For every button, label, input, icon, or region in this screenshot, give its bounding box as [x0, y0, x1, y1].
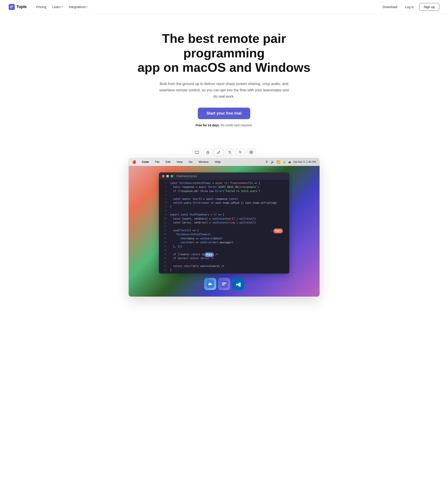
code-line: 11 const [error, setError] = useState<st… [159, 221, 289, 225]
code-line: 16 .catch(err => setError(err.message)) [159, 240, 289, 244]
code-line: 2 const response = await fetch(`${API_BA… [159, 185, 289, 189]
code-line: 18 [159, 249, 289, 253]
svg-rect-2 [10, 7, 12, 8]
nav-learn[interactable]: Learn ▾ [50, 4, 65, 10]
nav-pricing[interactable]: Pricing [34, 4, 49, 10]
code-line: 17 }, []) [159, 244, 289, 249]
paul-label: Paul [273, 228, 283, 233]
code-line: 3 if (!response.ok) throw new Error('Fai… [159, 189, 289, 193]
menubar-file[interactable]: File [154, 160, 161, 164]
code-line: 23 } [159, 268, 289, 272]
hero-note: Free for 14 days. No credit card require… [135, 123, 313, 127]
svg-rect-19 [222, 283, 226, 284]
code-line: 5 const users: User[] = await response.j… [159, 197, 289, 201]
code-line: 12 [159, 225, 289, 228]
traffic-light-minimize[interactable] [166, 175, 169, 177]
menubar-window[interactable]: Window [197, 160, 210, 164]
code-line: 9 export const PaidTeamUsers = () => { [159, 213, 289, 217]
draw-tool-button[interactable] [214, 149, 223, 156]
text-tool-icon [228, 151, 231, 154]
drawing-toolbar [129, 149, 320, 156]
navigation: Tuple Pricing Learn ▾ Integrations ▾ Dow… [0, 0, 448, 14]
integrations-chevron-icon: ▾ [87, 6, 88, 8]
text-tool-button[interactable] [225, 149, 234, 156]
code-line: 6 return users.filter(user => user.team.… [159, 201, 289, 205]
menubar-edit[interactable]: Edit [164, 160, 172, 164]
svg-rect-3 [195, 151, 199, 154]
touch-tool-icon [239, 150, 242, 154]
code-line: 1 const fetchUsersInPaidTeams = async ()… [159, 181, 289, 185]
code-line: 19 if (!users) return <Loading /> I Mike [159, 253, 289, 256]
battery-icon: 🔋 [282, 160, 286, 164]
menubar-go[interactable]: Go [187, 160, 194, 164]
tuple-logo-icon [9, 4, 15, 10]
code-editor: PaidUsersList.tsx 1 const fetchUsersInPa… [159, 172, 289, 274]
brand-logo[interactable]: Tuple [9, 4, 27, 10]
clock-display: Sat Nov 9 1:46 PM [293, 161, 316, 163]
mike-cursor-icon: I [202, 253, 204, 257]
code-line: 20 if (error) return <Error /> [159, 256, 289, 260]
mike-annotation: I Mike [202, 253, 214, 257]
menubar-help[interactable]: Help [213, 160, 222, 164]
code-line: 14 fetchUsersInPaidTeams() [159, 232, 289, 236]
menubar-view[interactable]: View [175, 160, 184, 164]
apple-menu-icon[interactable]: 🍎 [132, 160, 136, 164]
eject-icon: ⏏ [288, 160, 291, 164]
code-line: 13 useEffect(() => { ✏️ Paul [159, 228, 289, 232]
menubar-right-area: 🎙 🔊 📶 🔋 ⏏ Sat Nov 9 1:46 PM [265, 160, 316, 164]
hand-tool-button[interactable] [203, 149, 212, 156]
screen-tool-button[interactable] [192, 149, 202, 156]
code-line: 4 [159, 193, 289, 197]
code-line: 22 return <UserTable users={users} /> [159, 264, 289, 268]
svg-rect-18 [220, 280, 228, 288]
learn-chevron-icon: ▾ [62, 6, 63, 8]
brand-name: Tuple [16, 5, 27, 9]
code-line: 15 .then(data => setUsers(data)) [159, 236, 289, 240]
svg-rect-1 [10, 6, 14, 7]
svg-rect-0 [9, 4, 15, 10]
code-line: 21 [159, 260, 289, 264]
screen-tool-icon [195, 151, 199, 154]
touch-tool-button[interactable] [236, 149, 245, 156]
download-link[interactable]: Download [380, 4, 400, 10]
svg-point-17 [211, 283, 212, 284]
draw-tool-icon [217, 151, 220, 154]
paul-cursor-icon: ✏️ [271, 228, 273, 233]
volume-icon: 🔊 [271, 160, 274, 164]
code-line: 10 const [users, setUsers] = useState<Us… [159, 217, 289, 221]
traffic-light-maximize[interactable] [171, 175, 173, 177]
target-tool-button[interactable] [246, 149, 256, 156]
signup-button[interactable]: Sign up [419, 3, 439, 11]
menubar-code[interactable]: Code [141, 160, 150, 164]
nav-right: Download Log in Sign up [380, 3, 439, 11]
dock-vscode-icon[interactable] [232, 278, 244, 290]
traffic-light-close[interactable] [162, 175, 164, 177]
svg-point-8 [251, 152, 252, 153]
svg-line-6 [230, 152, 231, 154]
wifi-icon: 📶 [277, 160, 280, 164]
tuple-dock-icon-svg [220, 280, 228, 288]
hero-section: The best remote pair programming app on … [126, 14, 322, 140]
svg-rect-20 [222, 284, 225, 285]
vscode-dock-icon-svg [234, 280, 242, 288]
code-editor-wrapper: PaidUsersList.tsx 1 const fetchUsersInPa… [159, 172, 289, 290]
code-line: 8 [159, 209, 289, 213]
mac-window: 🍎 Code File Edit View Go Window Help 🎙 🔊… [129, 158, 320, 297]
nav-links: Pricing Learn ▾ Integrations ▾ [34, 4, 380, 10]
trial-button[interactable]: Start your free trial [198, 108, 250, 119]
finder-icon-svg [206, 280, 214, 288]
hero-title: The best remote pair programming app on … [135, 31, 313, 75]
editor-filename: PaidUsersList.tsx [177, 175, 197, 178]
target-tool-icon [249, 150, 253, 154]
nav-integrations[interactable]: Integrations ▾ [66, 4, 90, 10]
dock-tuple-icon[interactable] [218, 278, 230, 290]
mac-dock [159, 278, 289, 290]
hero-subtitle: Built from the ground up to deliver razo… [159, 81, 289, 100]
hand-tool-icon [206, 150, 210, 154]
dock-finder-icon[interactable] [204, 278, 216, 290]
editor-titlebar: PaidUsersList.tsx [159, 172, 289, 180]
login-link[interactable]: Log in [402, 4, 416, 10]
code-area: 1 const fetchUsersInPaidTeams = async ()… [159, 180, 289, 274]
svg-point-16 [208, 283, 209, 284]
code-line: 7 } [159, 205, 289, 209]
